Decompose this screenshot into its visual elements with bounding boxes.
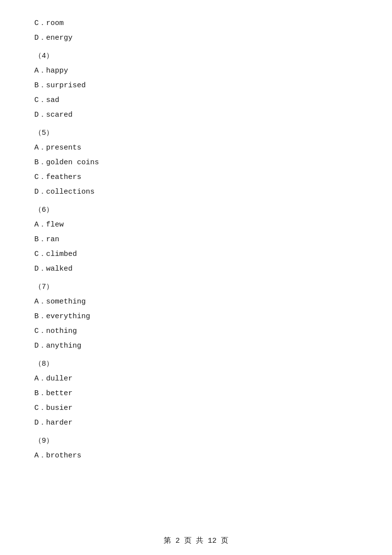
question-7: （7） A．something B．everything C．nothing D… [34,282,358,352]
question-4-option-b: B．surprised [34,80,358,92]
question-7-option-a: A．something [34,296,358,308]
question-4-option-c: C．sad [34,95,358,106]
question-9-number: （9） [34,436,358,445]
question-6-option-b: B．ran [34,234,358,246]
question-8: （8） A．duller B．better C．busier D．harder [34,359,358,429]
page-footer: 第 2 页 共 12 页 [0,536,392,545]
option-c-room: C．room [34,18,358,29]
question-5-option-a: A．presents [34,142,358,154]
question-6-option-c: C．climbed [34,249,358,260]
page-content: C．room D．energy （4） A．happy B．surprised … [0,0,392,494]
question-8-option-d: D．harder [34,417,358,429]
question-7-option-b: B．everything [34,311,358,323]
question-9: （9） A．brothers [34,436,358,462]
question-6-option-d: D．walked [34,263,358,275]
question-4-option-a: A．happy [34,65,358,77]
question-4-option-d: D．scared [34,109,358,121]
question-4-number: （4） [34,51,358,60]
page-number-text: 第 2 页 共 12 页 [164,537,228,545]
question-9-option-a: A．brothers [34,450,358,462]
question-6: （6） A．flew B．ran C．climbed D．walked [34,205,358,275]
question-8-option-a: A．duller [34,373,358,385]
question-6-number: （6） [34,205,358,214]
question-continuation: C．room D．energy [34,18,358,44]
question-7-option-c: C．nothing [34,326,358,337]
question-7-option-d: D．anything [34,340,358,352]
question-5-option-d: D．collections [34,186,358,198]
question-5-option-b: B．golden coins [34,157,358,169]
question-6-option-a: A．flew [34,219,358,231]
question-7-number: （7） [34,282,358,291]
question-8-option-c: C．busier [34,403,358,414]
option-d-energy: D．energy [34,32,358,44]
question-5: （5） A．presents B．golden coins C．feathers… [34,128,358,198]
question-8-option-b: B．better [34,388,358,400]
question-5-number: （5） [34,128,358,137]
question-4: （4） A．happy B．surprised C．sad D．scared [34,51,358,121]
question-8-number: （8） [34,359,358,368]
question-5-option-c: C．feathers [34,172,358,183]
